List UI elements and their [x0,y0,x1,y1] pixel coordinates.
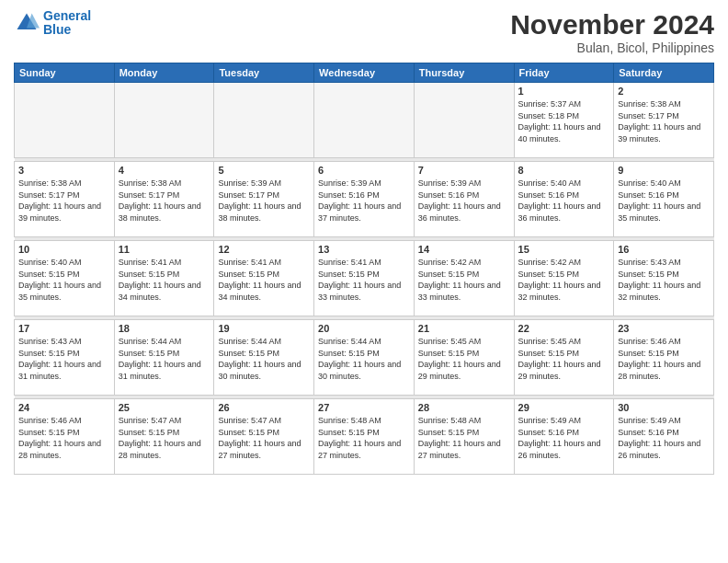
day-info: Sunrise: 5:49 AM Sunset: 5:16 PM Dayligh… [618,415,710,461]
day-info: Sunrise: 5:40 AM Sunset: 5:16 PM Dayligh… [518,178,610,224]
day-number: 16 [618,244,710,255]
col-thursday: Thursday [414,63,514,83]
table-row: 14Sunrise: 5:42 AM Sunset: 5:15 PM Dayli… [414,241,514,316]
title-area: November 2024 Bulan, Bicol, Philippines [510,9,714,55]
day-number: 29 [518,402,610,413]
day-info: Sunrise: 5:47 AM Sunset: 5:15 PM Dayligh… [218,415,310,461]
table-row [15,83,115,158]
day-number: 30 [618,402,710,413]
logo: General Blue [14,9,91,38]
table-row: 11Sunrise: 5:41 AM Sunset: 5:15 PM Dayli… [114,241,214,316]
table-row [114,83,214,158]
day-number: 26 [218,402,310,413]
day-info: Sunrise: 5:44 AM Sunset: 5:15 PM Dayligh… [119,336,210,382]
calendar-header-row: Sunday Monday Tuesday Wednesday Thursday… [15,63,714,83]
day-number: 11 [119,244,210,255]
day-info: Sunrise: 5:38 AM Sunset: 5:17 PM Dayligh… [18,178,110,224]
day-info: Sunrise: 5:48 AM Sunset: 5:15 PM Dayligh… [318,415,410,461]
month-title: November 2024 [510,9,714,40]
table-row: 15Sunrise: 5:42 AM Sunset: 5:15 PM Dayli… [514,241,614,316]
table-row: 30Sunrise: 5:49 AM Sunset: 5:16 PM Dayli… [614,399,714,475]
table-row [414,83,514,158]
day-number: 10 [18,244,110,255]
logo-icon [14,10,40,36]
day-number: 17 [18,323,110,334]
day-number: 8 [518,165,610,176]
day-number: 20 [318,323,410,334]
week-row-5: 24Sunrise: 5:46 AM Sunset: 5:15 PM Dayli… [15,399,714,475]
table-row: 5Sunrise: 5:39 AM Sunset: 5:17 PM Daylig… [214,162,314,237]
col-sunday: Sunday [15,63,115,83]
table-row: 28Sunrise: 5:48 AM Sunset: 5:15 PM Dayli… [414,399,514,475]
day-info: Sunrise: 5:45 AM Sunset: 5:15 PM Dayligh… [418,336,510,382]
day-info: Sunrise: 5:39 AM Sunset: 5:17 PM Dayligh… [218,178,310,224]
day-info: Sunrise: 5:43 AM Sunset: 5:15 PM Dayligh… [18,336,110,382]
table-row: 21Sunrise: 5:45 AM Sunset: 5:15 PM Dayli… [414,320,514,396]
week-row-3: 10Sunrise: 5:40 AM Sunset: 5:15 PM Dayli… [15,241,714,316]
day-number: 22 [518,323,610,334]
day-info: Sunrise: 5:41 AM Sunset: 5:15 PM Dayligh… [119,257,210,303]
header: General Blue November 2024 Bulan, Bicol,… [14,9,714,55]
col-friday: Friday [514,63,614,83]
table-row: 7Sunrise: 5:39 AM Sunset: 5:16 PM Daylig… [414,162,514,237]
day-info: Sunrise: 5:39 AM Sunset: 5:16 PM Dayligh… [318,178,410,224]
week-row-4: 17Sunrise: 5:43 AM Sunset: 5:15 PM Dayli… [15,320,714,396]
table-row: 18Sunrise: 5:44 AM Sunset: 5:15 PM Dayli… [114,320,214,396]
col-wednesday: Wednesday [314,63,415,83]
day-info: Sunrise: 5:42 AM Sunset: 5:15 PM Dayligh… [418,257,510,303]
day-number: 24 [18,402,110,413]
day-number: 6 [318,165,410,176]
table-row: 22Sunrise: 5:45 AM Sunset: 5:15 PM Dayli… [514,320,614,396]
table-row [314,83,415,158]
table-row [214,83,314,158]
day-info: Sunrise: 5:39 AM Sunset: 5:16 PM Dayligh… [418,178,510,224]
table-row: 16Sunrise: 5:43 AM Sunset: 5:15 PM Dayli… [614,241,714,316]
table-row: 29Sunrise: 5:49 AM Sunset: 5:16 PM Dayli… [514,399,614,475]
table-row: 10Sunrise: 5:40 AM Sunset: 5:15 PM Dayli… [15,241,115,316]
day-info: Sunrise: 5:44 AM Sunset: 5:15 PM Dayligh… [318,336,410,382]
day-number: 9 [618,165,710,176]
day-info: Sunrise: 5:38 AM Sunset: 5:17 PM Dayligh… [618,98,710,144]
table-row: 12Sunrise: 5:41 AM Sunset: 5:15 PM Dayli… [214,241,314,316]
day-info: Sunrise: 5:40 AM Sunset: 5:15 PM Dayligh… [18,257,110,303]
day-number: 2 [618,86,710,97]
day-number: 13 [318,244,410,255]
day-number: 19 [218,323,310,334]
logo-text: General Blue [43,9,91,38]
day-number: 4 [119,165,210,176]
table-row: 24Sunrise: 5:46 AM Sunset: 5:15 PM Dayli… [15,399,115,475]
table-row: 25Sunrise: 5:47 AM Sunset: 5:15 PM Dayli… [114,399,214,475]
day-info: Sunrise: 5:49 AM Sunset: 5:16 PM Dayligh… [518,415,610,461]
calendar-table: Sunday Monday Tuesday Wednesday Thursday… [14,63,714,475]
day-number: 12 [218,244,310,255]
day-number: 18 [119,323,210,334]
day-info: Sunrise: 5:46 AM Sunset: 5:15 PM Dayligh… [618,336,710,382]
page: General Blue November 2024 Bulan, Bicol,… [0,0,728,563]
table-row: 3Sunrise: 5:38 AM Sunset: 5:17 PM Daylig… [15,162,115,237]
day-number: 7 [418,165,510,176]
day-number: 27 [318,402,410,413]
day-number: 25 [119,402,210,413]
table-row: 6Sunrise: 5:39 AM Sunset: 5:16 PM Daylig… [314,162,415,237]
day-info: Sunrise: 5:41 AM Sunset: 5:15 PM Dayligh… [318,257,410,303]
table-row: 1Sunrise: 5:37 AM Sunset: 5:18 PM Daylig… [514,83,614,158]
week-row-2: 3Sunrise: 5:38 AM Sunset: 5:17 PM Daylig… [15,162,714,237]
location: Bulan, Bicol, Philippines [510,40,714,55]
day-info: Sunrise: 5:45 AM Sunset: 5:15 PM Dayligh… [518,336,610,382]
day-number: 14 [418,244,510,255]
table-row: 19Sunrise: 5:44 AM Sunset: 5:15 PM Dayli… [214,320,314,396]
day-info: Sunrise: 5:41 AM Sunset: 5:15 PM Dayligh… [218,257,310,303]
table-row: 26Sunrise: 5:47 AM Sunset: 5:15 PM Dayli… [214,399,314,475]
day-info: Sunrise: 5:47 AM Sunset: 5:15 PM Dayligh… [119,415,210,461]
col-monday: Monday [114,63,214,83]
day-number: 15 [518,244,610,255]
table-row: 23Sunrise: 5:46 AM Sunset: 5:15 PM Dayli… [614,320,714,396]
day-number: 3 [18,165,110,176]
week-row-1: 1Sunrise: 5:37 AM Sunset: 5:18 PM Daylig… [15,83,714,158]
day-number: 1 [518,86,610,97]
table-row: 20Sunrise: 5:44 AM Sunset: 5:15 PM Dayli… [314,320,415,396]
day-info: Sunrise: 5:40 AM Sunset: 5:16 PM Dayligh… [618,178,710,224]
table-row: 13Sunrise: 5:41 AM Sunset: 5:15 PM Dayli… [314,241,415,316]
table-row: 9Sunrise: 5:40 AM Sunset: 5:16 PM Daylig… [614,162,714,237]
day-info: Sunrise: 5:42 AM Sunset: 5:15 PM Dayligh… [518,257,610,303]
